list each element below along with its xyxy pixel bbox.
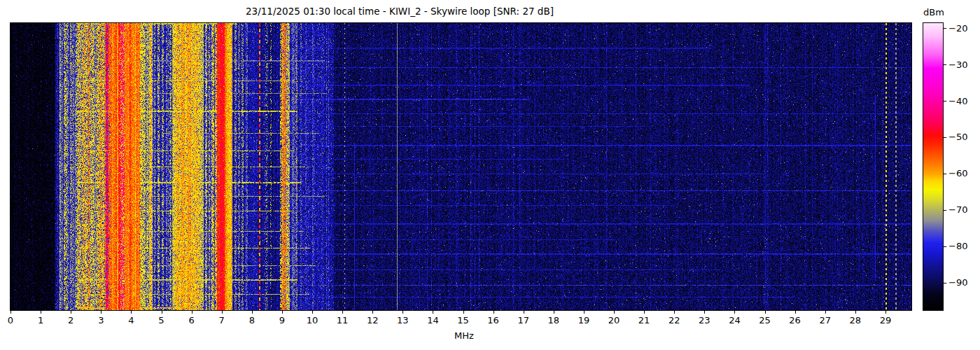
- x-tick-label: 13: [397, 315, 409, 326]
- x-tick-mark: [554, 311, 554, 314]
- x-tick-mark: [192, 311, 192, 314]
- x-tick-label: 7: [219, 315, 225, 326]
- colorbar-title: dBm: [923, 7, 944, 18]
- x-tick-label: 0: [8, 315, 13, 326]
- x-tick-label: 6: [188, 315, 194, 326]
- colorbar-tick-mark: [944, 101, 946, 102]
- colorbar-tick-label: −30: [948, 59, 967, 71]
- waterfall-figure: 23/11/2025 01:30 local time - KIWI_2 - S…: [0, 0, 980, 350]
- x-tick-mark: [131, 311, 132, 314]
- x-tick-mark: [41, 311, 41, 314]
- x-tick-mark: [795, 311, 796, 314]
- page-title: 23/11/2025 01:30 local time - KIWI_2 - S…: [246, 6, 554, 17]
- x-tick-label: 26: [789, 315, 801, 326]
- x-tick-label: 25: [759, 315, 771, 326]
- x-tick-mark: [463, 311, 464, 314]
- x-tick-mark: [10, 311, 11, 314]
- x-tick-mark: [886, 311, 886, 314]
- x-tick-label: 17: [517, 315, 529, 326]
- x-tick-mark: [524, 311, 524, 314]
- x-tick-label: 8: [249, 315, 255, 326]
- x-tick-label: 23: [699, 315, 710, 326]
- x-tick-label: 1: [38, 315, 43, 326]
- x-tick-mark: [282, 311, 283, 314]
- x-tick-mark: [825, 311, 826, 314]
- x-tick-mark: [312, 311, 313, 314]
- x-tick-label: 5: [158, 315, 164, 326]
- colorbar-tick-mark: [944, 174, 946, 174]
- x-tick-mark: [372, 311, 373, 314]
- spectrogram-plot-area: [10, 22, 912, 311]
- spectrogram-canvas: [10, 23, 911, 310]
- colorbar-canvas: [923, 23, 943, 310]
- colorbar: [923, 22, 944, 311]
- x-tick-mark: [342, 311, 343, 314]
- colorbar-tick-label: −60: [948, 168, 967, 179]
- x-tick-mark: [101, 311, 102, 314]
- x-tick-label: 16: [487, 315, 499, 326]
- colorbar-tick-mark: [944, 283, 946, 284]
- x-tick-mark: [584, 311, 584, 314]
- x-tick-mark: [644, 311, 645, 314]
- x-tick-label: 19: [578, 315, 590, 326]
- x-tick-label: 14: [427, 315, 439, 326]
- x-tick-mark: [674, 311, 675, 314]
- x-tick-label: 22: [668, 315, 680, 326]
- x-axis-label: MHz: [454, 330, 474, 341]
- x-tick-mark: [765, 311, 766, 314]
- x-tick-mark: [734, 311, 735, 314]
- colorbar-tick-label: −20: [948, 23, 967, 34]
- x-tick-mark: [493, 311, 494, 314]
- x-tick-label: 2: [68, 315, 74, 326]
- colorbar-tick-mark: [944, 246, 946, 247]
- colorbar-tick-label: −90: [948, 277, 967, 288]
- x-tick-mark: [71, 311, 71, 314]
- x-tick-label: 11: [337, 315, 349, 326]
- x-tick-label: 28: [850, 315, 862, 326]
- x-tick-label: 27: [819, 315, 831, 326]
- colorbar-tick-label: −70: [948, 204, 967, 216]
- colorbar-tick-mark: [944, 210, 946, 211]
- x-tick-label: 20: [608, 315, 620, 326]
- x-tick-mark: [855, 311, 856, 314]
- colorbar-tick-label: −80: [948, 241, 967, 252]
- x-tick-label: 21: [638, 315, 650, 326]
- x-tick-label: 4: [128, 315, 134, 326]
- x-tick-label: 15: [457, 315, 469, 326]
- x-tick-label: 9: [279, 315, 285, 326]
- x-tick-label: 3: [98, 315, 104, 326]
- x-tick-mark: [704, 311, 705, 314]
- x-tick-mark: [162, 311, 162, 314]
- colorbar-tick-mark: [944, 64, 946, 65]
- x-tick-mark: [402, 311, 403, 314]
- x-tick-label: 10: [307, 315, 318, 326]
- x-tick-mark: [252, 311, 253, 314]
- colorbar-tick-mark: [944, 137, 946, 138]
- x-tick-label: 12: [367, 315, 379, 326]
- colorbar-tick-label: −50: [948, 132, 967, 143]
- x-tick-mark: [222, 311, 223, 314]
- x-tick-label: 18: [548, 315, 560, 326]
- colorbar-tick-mark: [944, 28, 946, 29]
- x-tick-label: 29: [880, 315, 892, 326]
- x-tick-label: 24: [729, 315, 741, 326]
- x-tick-mark: [433, 311, 433, 314]
- x-tick-mark: [614, 311, 615, 314]
- colorbar-tick-label: −40: [948, 96, 967, 107]
